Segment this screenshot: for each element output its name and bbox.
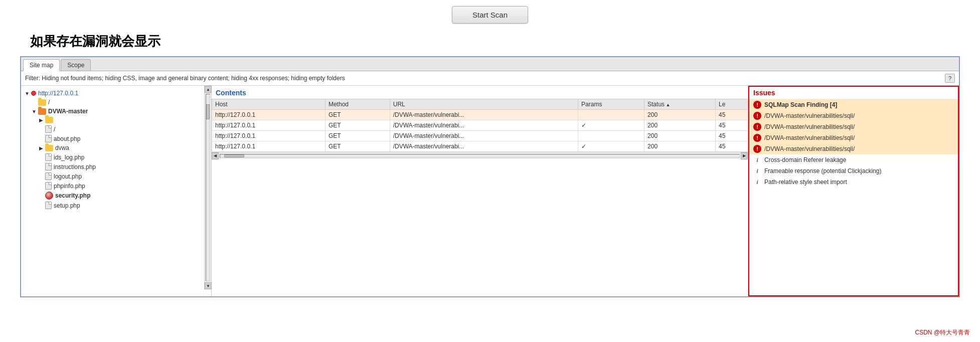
table-row[interactable]: http://127.0.0.1GET/DVWA-master/vulnerab… bbox=[212, 131, 748, 141]
hscroll-track bbox=[220, 154, 740, 158]
tree-item[interactable]: ▼ http://127.0.0.1 bbox=[21, 89, 211, 98]
file-icon bbox=[45, 202, 52, 209]
hscroll-thumb[interactable] bbox=[224, 154, 244, 157]
issue-item[interactable]: !/DVWA-master/vulnerabilities/sqli/ bbox=[749, 110, 958, 121]
file-icon bbox=[45, 173, 52, 180]
col-method[interactable]: Method bbox=[325, 99, 390, 110]
tree-label: about.php bbox=[54, 135, 80, 142]
error-icon: ! bbox=[753, 112, 761, 120]
tree-item[interactable]: instructions.php bbox=[21, 162, 211, 172]
site-tree: ▼ http://127.0.0.1 / ▼ DVWA-master ▶ bbox=[21, 86, 212, 296]
expand-icon bbox=[38, 136, 44, 142]
issue-item[interactable]: iPath-relative style sheet import bbox=[749, 177, 958, 188]
issue-item[interactable]: iCross-domain Referer leakage bbox=[749, 154, 958, 165]
error-icon: ! bbox=[753, 134, 761, 142]
contents-header: Contents bbox=[212, 86, 748, 99]
page-heading: 如果存在漏洞就会显示 bbox=[0, 29, 980, 56]
tree-label: http://127.0.0.1 bbox=[38, 90, 78, 97]
expand-icon[interactable]: ▶ bbox=[38, 117, 44, 123]
tree-label: / bbox=[54, 126, 55, 133]
issue-label: SQLMap Scan Finding [4] bbox=[764, 101, 837, 108]
col-params[interactable]: Params bbox=[578, 99, 644, 110]
folder-icon bbox=[38, 108, 46, 115]
table-row[interactable]: http://127.0.0.1GET/DVWA-master/vulnerab… bbox=[212, 110, 748, 120]
col-status[interactable]: Status bbox=[644, 99, 716, 110]
contents-hscrollbar[interactable]: ◀ ▶ bbox=[212, 152, 748, 159]
tree-item[interactable]: logout.php bbox=[21, 172, 211, 181]
expand-icon[interactable]: ▼ bbox=[24, 90, 30, 96]
tree-label: logout.php bbox=[54, 173, 82, 180]
host-status-icon bbox=[31, 91, 36, 96]
error-icon: ! bbox=[753, 145, 761, 153]
error-icon: ! bbox=[753, 101, 761, 109]
info-icon: i bbox=[753, 178, 761, 186]
scroll-down-arrow[interactable]: ▼ bbox=[205, 282, 212, 289]
tree-item[interactable]: / bbox=[21, 98, 211, 107]
table-row[interactable]: http://127.0.0.1GET/DVWA-master/vulnerab… bbox=[212, 120, 748, 131]
start-scan-button[interactable]: Start Scan bbox=[452, 6, 528, 24]
scroll-thumb[interactable] bbox=[206, 104, 210, 119]
file-icon bbox=[45, 163, 52, 170]
scroll-up-arrow[interactable]: ▲ bbox=[205, 86, 212, 93]
top-bar: Start Scan bbox=[0, 0, 980, 29]
folder-icon bbox=[38, 99, 46, 106]
issue-item[interactable]: iFrameable response (potential Clickjack… bbox=[749, 165, 958, 177]
issue-label: /DVWA-master/vulnerabilities/sqli/ bbox=[764, 134, 855, 141]
tab-sitemap[interactable]: Site map bbox=[23, 59, 60, 71]
tree-label: DVWA-master bbox=[48, 108, 88, 115]
issue-item[interactable]: !/DVWA-master/vulnerabilities/sqli/ bbox=[749, 121, 958, 132]
scroll-right-arrow[interactable]: ▶ bbox=[741, 152, 748, 159]
filter-help-button[interactable]: ? bbox=[945, 74, 955, 83]
filter-bar: Filter: Hiding not found items; hiding C… bbox=[21, 71, 959, 86]
tree-label: security.php bbox=[55, 192, 90, 199]
tree-item[interactable]: setup.php bbox=[21, 201, 211, 210]
contents-table: Host Method URL Params Status Le http://… bbox=[212, 99, 748, 152]
tree-label: ids_log.php bbox=[54, 154, 84, 161]
col-url[interactable]: URL bbox=[390, 99, 578, 110]
tree-item[interactable]: about.php bbox=[21, 134, 211, 143]
tree-label: dvwa bbox=[55, 144, 69, 151]
main-panel: Site map Scope Filter: Hiding not found … bbox=[20, 56, 960, 297]
issue-label: Cross-domain Referer leakage bbox=[764, 156, 846, 163]
tree-item[interactable]: phpinfo.php bbox=[21, 181, 211, 191]
filter-text: Filter: Hiding not found items; hiding C… bbox=[25, 75, 345, 82]
issue-label: Path-relative style sheet import bbox=[764, 179, 847, 186]
expand-icon bbox=[38, 174, 44, 180]
scroll-left-arrow[interactable]: ◀ bbox=[212, 152, 219, 159]
tree-item[interactable]: ▶ dvwa bbox=[21, 143, 211, 152]
issue-item[interactable]: !/DVWA-master/vulnerabilities/sqli/ bbox=[749, 132, 958, 143]
issue-label: Frameable response (potential Clickjacki… bbox=[764, 167, 881, 175]
issue-label: /DVWA-master/vulnerabilities/sqli/ bbox=[764, 123, 855, 130]
expand-icon[interactable] bbox=[31, 99, 37, 105]
expand-icon bbox=[38, 203, 44, 209]
error-icon: ! bbox=[753, 123, 761, 131]
split-container: Contents Host Method URL Params Status L… bbox=[212, 86, 959, 296]
issue-item[interactable]: !SQLMap Scan Finding [4] bbox=[749, 99, 958, 110]
col-length[interactable]: Le bbox=[715, 99, 747, 110]
file-icon bbox=[45, 125, 52, 133]
expand-icon bbox=[38, 164, 44, 170]
tree-item[interactable]: / bbox=[21, 124, 211, 134]
issue-item[interactable]: !/DVWA-master/vulnerabilities/sqli/ bbox=[749, 143, 958, 154]
tree-label: instructions.php bbox=[54, 163, 96, 170]
tab-scope[interactable]: Scope bbox=[61, 59, 91, 71]
info-icon: i bbox=[753, 167, 761, 175]
tree-item[interactable]: ids_log.php bbox=[21, 152, 211, 162]
folder-icon bbox=[45, 145, 53, 151]
col-host[interactable]: Host bbox=[212, 99, 325, 110]
security-icon bbox=[45, 192, 53, 200]
expand-icon[interactable]: ▶ bbox=[38, 145, 44, 151]
expand-icon[interactable]: ▼ bbox=[31, 108, 37, 114]
tree-item[interactable]: ▶ bbox=[21, 116, 211, 124]
watermark: CSDN @特大号青青 bbox=[915, 328, 970, 337]
tabs-bar: Site map Scope bbox=[21, 57, 959, 71]
tree-item[interactable]: security.php bbox=[21, 191, 211, 201]
issues-list: !SQLMap Scan Finding [4]!/DVWA-master/vu… bbox=[749, 99, 958, 188]
issues-panel: Issues !SQLMap Scan Finding [4]!/DVWA-ma… bbox=[748, 86, 959, 296]
tree-label: setup.php bbox=[54, 202, 80, 209]
scroll-track bbox=[206, 94, 210, 281]
table-row[interactable]: http://127.0.0.1GET/DVWA-master/vulnerab… bbox=[212, 141, 748, 152]
tree-vscrollbar[interactable]: ▲ ▼ bbox=[204, 86, 211, 289]
file-icon bbox=[45, 182, 52, 190]
tree-item[interactable]: ▼ DVWA-master bbox=[21, 107, 211, 116]
